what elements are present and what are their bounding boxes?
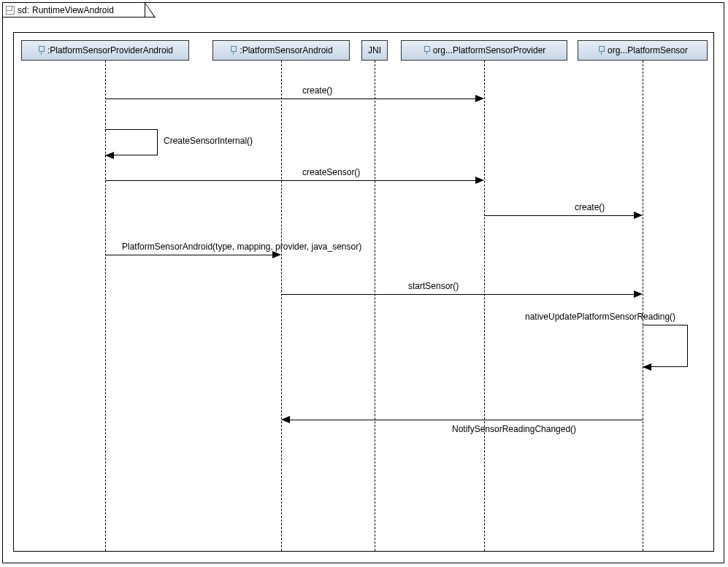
participant-label: JNI [368, 45, 381, 55]
arrow-head [475, 95, 484, 102]
msg-createsensorinternal: CreateSensorInternal() [164, 136, 253, 146]
participant-org-sensor: org...PlatformSensor [578, 40, 708, 61]
arrow-ctor [105, 255, 272, 255]
arrow-head [634, 212, 643, 219]
msg-create-1: create() [302, 85, 332, 96]
msg-ctor: PlatformSensorAndroid(type, mapping, pro… [122, 242, 361, 252]
arrow-startsensor [281, 294, 634, 295]
arrow-create-1 [105, 99, 475, 99]
participant-jni: JNI [361, 40, 388, 61]
participant-label: :PlatformSensorProviderAndroid [47, 45, 173, 55]
sequence-diagram-frame: sd: RuntimeViewAndroid :PlatformSensorPr… [2, 2, 724, 563]
participant-provider-android: :PlatformSensorProviderAndroid [21, 40, 189, 61]
arrow-head [475, 177, 484, 184]
lifeline-sensor-android [281, 61, 282, 551]
participant-label: org...PlatformSensor [608, 45, 688, 55]
arrow-head [281, 416, 290, 423]
participant-label: org...PlatformSensorProvider [433, 45, 546, 55]
object-icon [37, 46, 45, 55]
frame-title: RuntimeViewAndroid [32, 5, 114, 15]
msg-createsensor: createSensor() [302, 167, 360, 177]
lifeline-jni [375, 61, 375, 551]
arrow-create-2 [484, 215, 634, 216]
arrow-createsensor [105, 180, 475, 181]
msg-create-2: create() [575, 202, 605, 212]
frame-tab-corner [145, 3, 156, 18]
frame-prefix: sd: [18, 5, 29, 15]
object-icon [423, 46, 430, 55]
participant-org-provider: org...PlatformSensorProvider [401, 40, 567, 61]
arrow-head [643, 363, 651, 371]
arrow-head [272, 251, 281, 258]
lifeline-org-sensor [643, 61, 643, 551]
sd-icon [6, 6, 15, 15]
msg-startsensor: startSensor() [408, 281, 459, 291]
inner-frame: :PlatformSensorProviderAndroid :Platform… [13, 32, 714, 552]
arrow-notify [290, 420, 643, 420]
msg-nativeupdate: nativeUpdatePlatformSensorReading() [525, 312, 675, 322]
arrow-head [634, 290, 643, 298]
participant-label: :PlatformSensorAndroid [240, 45, 332, 55]
msg-notify: NotifySensorReadingChanged() [452, 424, 576, 434]
participant-sensor-android: :PlatformSensorAndroid [212, 40, 350, 61]
object-icon [229, 46, 237, 55]
object-icon [597, 46, 605, 55]
frame-tab: sd: RuntimeViewAndroid [3, 3, 145, 18]
self-call-nativeupdate [643, 325, 688, 367]
lifeline-org-provider [484, 61, 485, 551]
arrow-head [105, 152, 114, 159]
